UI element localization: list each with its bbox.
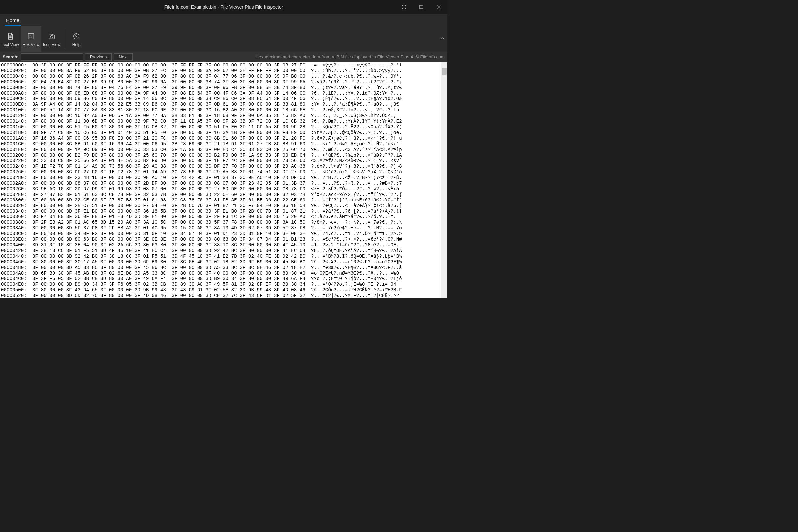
fullscreen-button[interactable] xyxy=(395,0,413,14)
ribbon-separator xyxy=(64,28,64,49)
search-bar: Search: Previous Next Hexadecimal and ch… xyxy=(0,52,447,62)
title-bar: FileInfo.com Example.bin - File Viewer P… xyxy=(0,0,447,14)
ribbon-tabs: Home xyxy=(0,14,447,26)
help-button[interactable]: Help xyxy=(66,26,87,52)
svg-point-7 xyxy=(76,38,76,38)
search-input[interactable] xyxy=(21,53,83,60)
help-icon xyxy=(73,32,80,40)
vertical-scrollbar[interactable] xyxy=(441,62,447,298)
svg-rect-0 xyxy=(420,5,423,8)
text-view-button[interactable]: Text View xyxy=(0,26,21,52)
icon-view-label: Icon View xyxy=(43,42,60,47)
hex-view-label: Hex View xyxy=(23,42,39,47)
close-button[interactable] xyxy=(430,0,447,14)
binary-icon: 101010 xyxy=(27,32,35,40)
next-button[interactable]: Next xyxy=(114,53,133,60)
svg-text:010: 010 xyxy=(29,36,32,38)
tab-home[interactable]: Home xyxy=(5,15,21,26)
previous-button[interactable]: Previous xyxy=(85,53,112,60)
info-hint: Hexadecimal and character data from a .B… xyxy=(255,54,444,59)
ribbon: Text View 101010 Hex View Icon View Help xyxy=(0,26,447,52)
svg-text:101: 101 xyxy=(29,34,32,36)
text-view-label: Text View xyxy=(2,42,19,47)
scroll-thumb[interactable] xyxy=(442,68,446,75)
search-label: Search: xyxy=(3,54,19,59)
help-label: Help xyxy=(73,42,81,47)
hex-view-button[interactable]: 101010 Hex View xyxy=(21,26,41,52)
hex-dump[interactable]: 00000000: 00 3D 09 00 3E FF FF FF 3F 00 … xyxy=(0,62,447,298)
collapse-ribbon-button[interactable] xyxy=(440,36,444,42)
document-icon xyxy=(6,32,14,40)
svg-point-5 xyxy=(50,35,53,38)
hex-content: 00000000: 00 3D 09 00 3E FF FF FF 3F 00 … xyxy=(0,62,447,298)
window-title: FileInfo.com Example.bin - File Viewer P… xyxy=(164,4,283,10)
maximize-button[interactable] xyxy=(413,0,430,14)
icon-view-button[interactable]: Icon View xyxy=(41,26,62,52)
camera-icon xyxy=(48,32,56,40)
window-controls xyxy=(395,0,447,14)
